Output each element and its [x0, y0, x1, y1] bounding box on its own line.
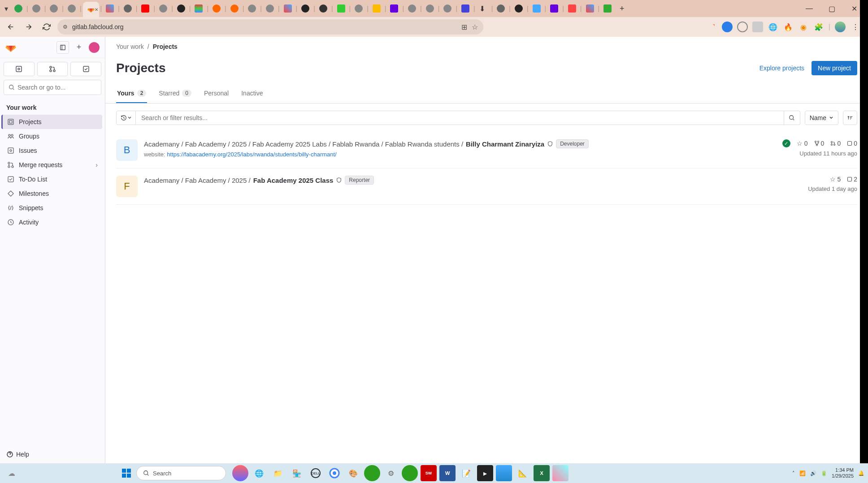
url-box[interactable]: ⚙ gitlab.fabcloud.org ⊞ ☆: [57, 19, 483, 34]
taskbar-app[interactable]: 🌐: [251, 465, 267, 481]
gitlab-logo-icon[interactable]: [5, 42, 16, 53]
browser-tab[interactable]: [441, 2, 454, 15]
taskbar-app[interactable]: ⚙: [383, 465, 399, 481]
project-path[interactable]: Academany / Fab Academy / 2025 / Fab Aca…: [144, 139, 776, 148]
taskbar-app[interactable]: [364, 465, 380, 481]
extension-icon[interactable]: ◉: [798, 22, 809, 32]
sidebar-item-projects[interactable]: Projects: [1, 115, 102, 129]
tab-dropdown[interactable]: ▾: [2, 4, 11, 13]
browser-tab[interactable]: [263, 2, 277, 15]
sidebar-search[interactable]: Search or go to...: [4, 80, 101, 95]
browser-tab[interactable]: [317, 2, 330, 15]
wifi-icon[interactable]: 📶: [799, 470, 806, 476]
sidebar-item-milestones[interactable]: Milestones: [3, 186, 102, 201]
tab-personal[interactable]: Personal: [203, 84, 230, 103]
extension-icon[interactable]: [707, 22, 717, 32]
taskbar-app[interactable]: ▸: [477, 465, 493, 481]
recent-searches-button[interactable]: [116, 111, 136, 125]
project-avatar[interactable]: F: [116, 176, 138, 197]
browser-tab[interactable]: [192, 2, 205, 15]
browser-tab[interactable]: [565, 2, 579, 15]
browser-tab[interactable]: [423, 2, 437, 15]
browser-tab[interactable]: [245, 2, 259, 15]
browser-tab[interactable]: [334, 2, 348, 15]
browser-tab[interactable]: [156, 2, 170, 15]
browser-tab-active[interactable]: ✕: [83, 2, 99, 17]
browser-tab[interactable]: [387, 2, 401, 15]
site-info-icon[interactable]: ⚙: [63, 24, 68, 30]
issues-stat[interactable]: 2: [847, 176, 857, 183]
bookmark-icon[interactable]: ☆: [472, 23, 478, 31]
sidebar-item-activity[interactable]: Activity: [3, 215, 102, 229]
sidebar-item-merge-requests[interactable]: Merge requests›: [3, 158, 102, 172]
todos-shortcut[interactable]: [70, 62, 101, 76]
taskbar-app[interactable]: DELL: [308, 465, 324, 481]
taskbar-app[interactable]: [232, 465, 248, 481]
taskbar-app[interactable]: 📝: [458, 465, 474, 481]
browser-tab[interactable]: [459, 2, 472, 15]
taskbar-app[interactable]: 📐: [515, 465, 531, 481]
browser-tab[interactable]: [494, 2, 508, 15]
taskbar-app[interactable]: W: [439, 465, 456, 481]
taskbar-app[interactable]: [496, 465, 512, 481]
close-icon[interactable]: ✕: [95, 7, 98, 12]
weather-widget[interactable]: ☁: [4, 465, 20, 481]
user-avatar[interactable]: [89, 42, 100, 53]
browser-tab[interactable]: [352, 2, 365, 15]
taskbar-app[interactable]: 🎨: [345, 465, 361, 481]
tab-inactive[interactable]: Inactive: [240, 84, 264, 103]
breadcrumb-root[interactable]: Your work: [116, 43, 144, 50]
sidebar-item-to-do-list[interactable]: To-Do List: [3, 172, 102, 186]
profile-avatar[interactable]: [835, 22, 846, 32]
forward-button[interactable]: [22, 20, 36, 34]
browser-tab[interactable]: [103, 2, 117, 15]
taskbar-app[interactable]: 🏪: [289, 465, 305, 481]
menu-button[interactable]: ⋮: [850, 22, 861, 32]
new-tab-button[interactable]: +: [615, 2, 629, 15]
browser-tab[interactable]: [228, 2, 241, 15]
browser-tab[interactable]: [583, 2, 597, 15]
sidebar-item-snippets[interactable]: Snippets: [3, 201, 102, 215]
volume-icon[interactable]: 🔊: [810, 470, 816, 476]
sidebar-collapse-button[interactable]: [56, 41, 69, 54]
tab-starred[interactable]: Starred0: [158, 84, 192, 103]
maximize-button[interactable]: ▢: [825, 2, 838, 15]
sort-direction-button[interactable]: [843, 111, 857, 125]
website-link[interactable]: https://fabacademy.org/2025/labs/rwanda/…: [167, 151, 336, 158]
browser-tab[interactable]: [47, 2, 61, 15]
install-app-icon[interactable]: ⊞: [461, 23, 467, 31]
create-new-button[interactable]: +: [73, 41, 85, 54]
merge-requests-shortcut[interactable]: [37, 62, 68, 76]
explore-projects-link[interactable]: Explore projects: [760, 65, 804, 72]
taskbar-app[interactable]: X: [534, 465, 550, 481]
browser-tab[interactable]: [530, 2, 543, 15]
extension-icon[interactable]: [752, 22, 763, 32]
extension-icon[interactable]: [722, 22, 733, 32]
browser-tab[interactable]: [601, 2, 614, 15]
tray-chevron-icon[interactable]: ˄: [792, 470, 795, 476]
project-avatar[interactable]: B: [116, 139, 138, 161]
browser-tab[interactable]: [139, 2, 152, 15]
browser-tab[interactable]: [65, 2, 78, 15]
merge-requests-stat[interactable]: 0: [830, 140, 841, 147]
taskbar-app[interactable]: 📁: [270, 465, 286, 481]
search-button[interactable]: [784, 111, 800, 125]
clock[interactable]: 1:34 PM 1/29/2025: [832, 467, 854, 479]
issues-shortcut[interactable]: [4, 62, 35, 76]
issues-stat[interactable]: 0: [847, 140, 857, 147]
close-window-button[interactable]: ✕: [847, 2, 861, 15]
browser-tab[interactable]: [281, 2, 295, 15]
battery-icon[interactable]: 🔋: [821, 470, 827, 476]
start-button[interactable]: [118, 465, 135, 481]
browser-tab[interactable]: [512, 2, 525, 15]
taskbar-app[interactable]: [402, 465, 418, 481]
browser-tab[interactable]: [30, 2, 43, 15]
browser-tab[interactable]: [12, 2, 25, 15]
pipeline-success-icon[interactable]: ✓: [782, 139, 790, 147]
browser-tab[interactable]: ⬇: [477, 2, 490, 15]
sidebar-item-issues[interactable]: Issues: [3, 143, 102, 158]
tab-yours[interactable]: Yours2: [116, 84, 147, 103]
extension-icon[interactable]: 🔥: [783, 22, 794, 32]
reload-button[interactable]: [39, 20, 54, 34]
filter-input[interactable]: [136, 111, 784, 125]
